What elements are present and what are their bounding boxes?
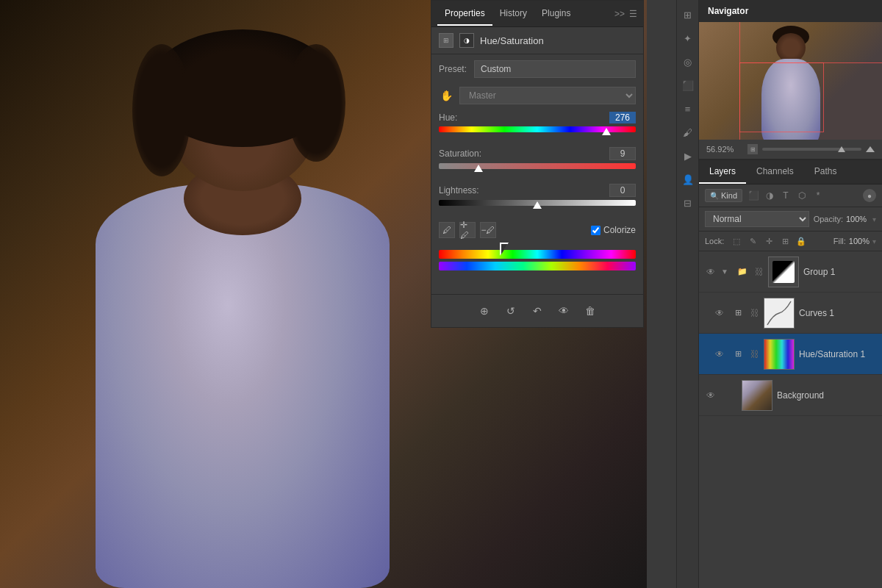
filter-adjustment-icon[interactable]: ◑ — [763, 189, 776, 202]
zoom-controls: 56.92% ⊞ — [699, 140, 882, 159]
layer-name-huesat1: Hue/Saturation 1 — [799, 349, 876, 359]
saturation-slider[interactable] — [439, 163, 636, 175]
brush-icon[interactable]: 🖌 — [679, 123, 697, 141]
layer-expand-group1[interactable]: ▼ — [721, 268, 730, 276]
navigator-title: Navigator — [708, 6, 748, 16]
opacity-value[interactable]: 100% — [846, 215, 870, 223]
subtract-sample-tool[interactable]: −🖊 — [480, 222, 496, 238]
zoom-slider[interactable] — [762, 148, 861, 151]
layer-huesat-icon: ⊞ — [730, 346, 746, 362]
lock-pixels-icon[interactable]: ✎ — [746, 234, 759, 248]
layer-name-curves1: Curves 1 — [799, 308, 876, 318]
navigator-icon[interactable]: ⊞ — [679, 6, 697, 24]
zoom-max-icon — [866, 146, 875, 152]
swatches-icon[interactable]: ⬛ — [679, 76, 697, 94]
layer-name-bg: Background — [777, 390, 876, 401]
navigator-header: Navigator — [699, 0, 882, 22]
visibility-button[interactable]: 👁 — [555, 302, 573, 320]
tab-properties[interactable]: Properties — [437, 2, 492, 26]
person-icon[interactable]: 👤 — [679, 171, 697, 188]
person-silhouette — [37, 0, 463, 588]
lock-position-icon[interactable]: ✛ — [762, 234, 775, 248]
hand-tool-icon[interactable]: ✋ — [439, 88, 453, 103]
layer-visibility-huesat1[interactable]: 👁 — [714, 348, 725, 360]
filter-smart-icon[interactable]: * — [811, 189, 825, 202]
panel-expand-button[interactable]: >> — [614, 9, 625, 19]
info-icon[interactable]: ✦ — [679, 29, 697, 47]
previous-state-button[interactable]: ↺ — [502, 302, 520, 320]
layer-thumb-group1 — [768, 257, 799, 287]
layers-icon[interactable]: ⊟ — [679, 194, 697, 212]
filter-type-select[interactable]: 🔍 Kind — [705, 189, 742, 202]
filter-type-icon[interactable]: T — [779, 189, 792, 202]
tab-history[interactable]: History — [492, 2, 534, 26]
master-row: ✋ Master — [431, 84, 643, 107]
hue-value[interactable]: 276 — [609, 112, 636, 123]
layer-visibility-bg[interactable]: 👁 — [705, 390, 717, 401]
layer-item-curves1[interactable]: 👁 ⊞ ⛓ Curves 1 — [699, 293, 882, 334]
lock-label: Lock: — [705, 237, 724, 245]
layers-list: 👁 ▼ 📁 ⛓ Group 1 👁 ⊞ ⛓ — [699, 251, 882, 588]
fill-row: Fill: 100% ▾ — [833, 237, 876, 245]
opacity-label: Opacity: — [814, 215, 843, 223]
colorize-checkbox[interactable] — [591, 226, 600, 235]
panel-menu-button[interactable]: ☰ — [625, 9, 637, 19]
eyedropper-tool[interactable]: 🖊 — [439, 222, 455, 238]
light-thumb[interactable] — [533, 201, 542, 209]
layer-chain-group1: ⛓ — [755, 267, 764, 277]
tab-plugins[interactable]: Plugins — [534, 2, 578, 26]
tab-layers[interactable]: Layers — [699, 160, 746, 184]
layer-item-group1[interactable]: 👁 ▼ 📁 ⛓ Group 1 — [699, 251, 882, 293]
zoom-slider-thumb — [838, 146, 845, 152]
blend-mode-select[interactable]: Normal — [705, 211, 809, 227]
lightness-slider[interactable] — [439, 200, 636, 212]
layer-thumb-huesat1 — [764, 339, 795, 370]
layer-thumb-curves1 — [764, 298, 795, 329]
delete-button[interactable]: 🗑 — [581, 302, 599, 320]
layer-name-group1: Group 1 — [803, 267, 876, 277]
filter-toggle[interactable]: ● — [863, 189, 876, 202]
color-bars — [431, 244, 643, 279]
fill-chevron: ▾ — [872, 237, 876, 245]
tab-channels[interactable]: Channels — [746, 160, 804, 184]
tab-paths[interactable]: Paths — [804, 160, 847, 184]
lock-all-icon[interactable]: 🔒 — [795, 234, 808, 248]
opacity-chevron: ▾ — [872, 215, 876, 223]
filter-icons: ⬛ ◑ T ⬡ * — [747, 189, 825, 202]
lock-row: Lock: ⬚ ✎ ✛ ⊞ 🔒 Fill: 100% ▾ — [699, 232, 882, 251]
color-icon[interactable]: ◎ — [679, 53, 697, 71]
properties-panel: Properties History Plugins >> ☰ ⊞ ◑ Hue/… — [431, 0, 644, 328]
lightness-value[interactable]: 0 — [609, 184, 636, 197]
fill-value[interactable]: 100% — [849, 237, 870, 245]
zoom-value[interactable]: 56.92% — [706, 145, 743, 154]
zoom-fit-button[interactable]: ⊞ — [747, 144, 758, 154]
layers-section: Layers Channels Paths 🔍 Kind ⬛ ◑ T ⬡ * ● — [699, 160, 882, 588]
hue-slider-row: Hue: 276 — [431, 107, 643, 143]
layer-visibility-group1[interactable]: 👁 — [705, 266, 717, 278]
timeline-icon[interactable]: ▶ — [679, 147, 697, 165]
layer-type-icon: ⊞ — [439, 33, 453, 48]
blend-mode-row: Normal Opacity: 100% ▾ — [699, 207, 882, 232]
add-sample-tool[interactable]: ✛🖊 — [459, 222, 476, 238]
preset-select[interactable]: Custom — [474, 60, 636, 78]
lock-transparent-icon[interactable]: ⬚ — [730, 234, 743, 248]
hue-label: Hue: — [439, 112, 457, 123]
layer-visibility-curves1[interactable]: 👁 — [714, 307, 725, 319]
layer-item-background[interactable]: 👁 Background — [699, 375, 882, 416]
hue-slider[interactable] — [439, 126, 636, 138]
hue-thumb[interactable] — [602, 128, 611, 135]
navigator-preview[interactable] — [699, 22, 882, 140]
sat-thumb[interactable] — [474, 165, 483, 172]
right-sidebar-tools: ⊞ ✦ ◎ ⬛ ≡ 🖌 ▶ 👤 ⊟ — [677, 0, 699, 588]
lock-artboard-icon[interactable]: ⊞ — [778, 234, 792, 248]
saturation-value[interactable]: 9 — [609, 147, 636, 160]
clip-to-layer-button[interactable]: ⊕ — [476, 302, 493, 320]
layer-item-huesat1[interactable]: 👁 ⊞ ⛓ Hue/Saturation 1 — [699, 334, 882, 375]
filter-pixel-icon[interactable]: ⬛ — [747, 189, 760, 202]
lightness-slider-row: Lightness: 0 — [431, 179, 643, 216]
saturation-slider-row: Saturation: 9 — [431, 143, 643, 179]
filter-shape-icon[interactable]: ⬡ — [795, 189, 808, 202]
channel-select[interactable]: Master — [459, 87, 636, 104]
reset-button[interactable]: ↶ — [528, 302, 546, 320]
adjustments-icon[interactable]: ≡ — [679, 100, 697, 118]
